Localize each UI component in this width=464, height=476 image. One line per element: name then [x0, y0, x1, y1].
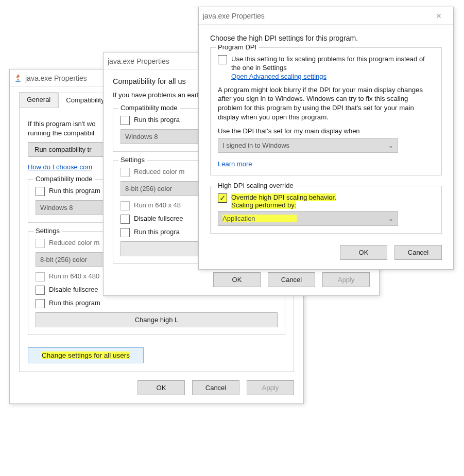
use-setting-checkbox[interactable] [218, 55, 227, 64]
when-signed-select: I signed in to Windows [218, 138, 398, 153]
cancel-button[interactable]: Cancel [192, 380, 239, 395]
close-icon[interactable]: ✕ [428, 12, 449, 20]
ok-button[interactable]: OK [340, 245, 387, 260]
override-group: High DPI scaling override Override high … [210, 186, 442, 234]
run640-label: Run in 640 x 480 [49, 272, 99, 280]
run-as-admin-checkbox[interactable] [121, 228, 130, 237]
override-legend: High DPI scaling override [216, 182, 296, 189]
compat-mode-label: Run this program [49, 187, 100, 195]
run640-label: Run in 640 x 48 [134, 201, 181, 209]
change-settings-all-users-label: Change settings for all users [42, 351, 130, 359]
scaling-select[interactable]: Application [218, 211, 398, 226]
chevron-down-icon [388, 215, 393, 222]
compat-os-value: Windows 8 [125, 133, 158, 140]
settings-legend: Settings [118, 156, 147, 164]
compat-mode-legend: Compatibility mode [33, 175, 95, 183]
run640-checkbox [121, 201, 130, 210]
open-advanced-link[interactable]: Open Advanced scaling settings [231, 73, 434, 81]
use-setting-label: Use this setting to fix scaling problems… [231, 55, 434, 73]
compat-mode-label: Run this progra [134, 116, 180, 124]
use-dpi-label: Use the DPI that's set for my main displ… [218, 127, 434, 135]
change-settings-all-users-button[interactable]: Change settings for all users [28, 347, 144, 363]
title-text: java.exe Properties [25, 74, 87, 82]
override-checkbox[interactable] [218, 193, 227, 203]
color-select: 8-bit (256) color [121, 181, 208, 196]
tab-general[interactable]: General [19, 92, 58, 108]
program-dpi-legend: Program DPI [216, 43, 259, 51]
compat-mode-checkbox[interactable] [121, 116, 130, 125]
compat-mode-checkbox[interactable] [36, 187, 45, 196]
apply-button: Apply [247, 380, 294, 395]
reduced-color-label: Reduced color m [134, 168, 184, 175]
scaling-value: Application [222, 215, 297, 222]
disable-fullscreen-label: Disable fullscree [49, 286, 98, 293]
cancel-button[interactable]: Cancel [268, 272, 315, 287]
title-text: java.exe Properties [203, 12, 265, 20]
when-signed-value: I signed in to Windows [222, 142, 289, 149]
override-line1: Override high DPI scaling behavior. [231, 193, 336, 201]
run640-checkbox [36, 272, 45, 281]
color-value: 8-bit (256) color [40, 256, 87, 263]
ok-button[interactable]: OK [138, 380, 185, 395]
reduced-color-checkbox [36, 239, 45, 248]
reduced-color-label: Reduced color m [49, 239, 99, 246]
compat-os-value: Windows 8 [40, 204, 73, 211]
chevron-down-icon [388, 142, 393, 149]
disable-fullscreen-checkbox[interactable] [36, 286, 45, 295]
reduced-color-checkbox [121, 168, 130, 177]
learn-more-link[interactable]: Learn more [218, 160, 252, 168]
high-dpi-dialog: java.exe Properties ✕ Choose the high DP… [198, 7, 454, 270]
settings-legend: Settings [33, 227, 62, 235]
java-icon [14, 74, 22, 82]
run-as-admin-label: Run this program [49, 299, 100, 307]
run-as-admin-label: Run this progra [134, 228, 180, 236]
apply-button: Apply [322, 272, 370, 287]
svg-point-0 [15, 80, 21, 82]
disable-fullscreen-checkbox[interactable] [121, 215, 130, 224]
title-text: java.exe Properties [108, 57, 169, 65]
compat-mode-legend: Compatibility mode [118, 104, 180, 112]
titlebar[interactable]: java.exe Properties ✕ [199, 7, 453, 25]
cancel-button[interactable]: Cancel [394, 245, 442, 260]
choose-heading: Choose the high DPI settings for this pr… [210, 34, 442, 42]
run-as-admin-checkbox[interactable] [36, 299, 45, 308]
disable-fullscreen-label: Disable fullscree [134, 215, 183, 222]
program-dpi-group: Program DPI Use this setting to fix scal… [210, 47, 442, 175]
compat-os-select: Windows 8 [121, 129, 208, 144]
change-highdpi-button[interactable]: Change high L [36, 312, 278, 327]
color-value: 8-bit (256) color [125, 185, 172, 192]
ok-button[interactable]: OK [213, 272, 261, 287]
override-line2: Scaling performed by: [231, 201, 296, 209]
blurry-text: A program might look blurry if the DPI f… [218, 85, 434, 122]
